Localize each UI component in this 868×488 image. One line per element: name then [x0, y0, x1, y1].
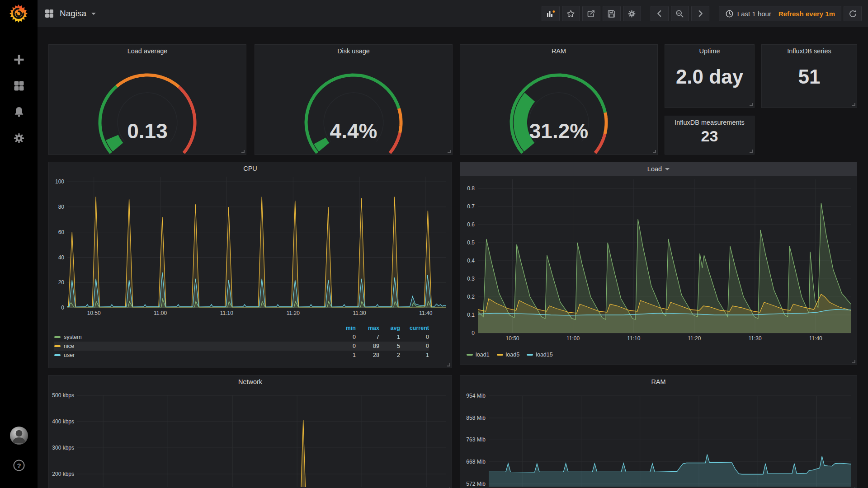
panel-load-average: Load average 0.13: [48, 44, 246, 155]
y-tick-label: 200 kbps: [52, 471, 74, 477]
series-used-line: [489, 455, 851, 474]
panel-title[interactable]: RAM: [460, 45, 657, 56]
panel-ram: RAM 954 Mib858 Mib763 Mib668 Mib572 Mib: [460, 375, 857, 488]
y-tick-label: 0.7: [467, 203, 475, 210]
legend-color-swatch: [54, 336, 61, 338]
panel-resize-handle[interactable]: [852, 103, 855, 106]
series-used-area: [489, 455, 851, 487]
gauge-svg: 0.13: [49, 56, 246, 155]
legend-value-cell: 1: [400, 351, 429, 360]
panel-title[interactable]: Network: [49, 375, 452, 386]
legend-series-label[interactable]: system: [54, 333, 332, 342]
series-system-line: [67, 299, 446, 307]
legend-series-label[interactable]: load1: [467, 352, 490, 358]
gauge-arc-segment: [605, 113, 606, 134]
x-tick-label: 10:50: [87, 310, 101, 316]
panel-resize-handle[interactable]: [241, 150, 245, 153]
panel-title[interactable]: Disk usage: [255, 45, 452, 56]
panel-resize-handle[interactable]: [653, 150, 656, 153]
panel-title[interactable]: Uptime: [665, 45, 754, 56]
ram-chart: 954 Mib858 Mib763 Mib668 Mib572 Mib: [462, 386, 857, 488]
y-tick-label: 20: [58, 279, 65, 286]
bell-icon: [13, 106, 25, 118]
gauge-arc-segment: [117, 75, 179, 87]
gauge-arc-segment: [595, 134, 605, 153]
x-tick-label: 11:30: [748, 335, 761, 342]
panel-title[interactable]: Load average: [49, 45, 246, 56]
legend-header[interactable]: min: [332, 324, 356, 333]
panel-title[interactable]: RAM: [460, 375, 857, 386]
panel-resize-handle[interactable]: [852, 360, 855, 363]
panel-uptime: Uptime 2.0 day: [665, 44, 755, 108]
x-tick-label: 11:00: [154, 310, 167, 316]
sidebar-item-alerting[interactable]: [8, 102, 30, 122]
x-tick-label: 11:20: [287, 310, 300, 316]
sidebar-item-help[interactable]: ?: [8, 455, 30, 475]
legend-value-cell: 0: [332, 342, 356, 351]
ram-plot-svg: 954 Mib858 Mib763 Mib668 Mib572 Mib: [462, 386, 855, 488]
panel-resize-handle[interactable]: [750, 103, 753, 106]
app-root: ? Nagisa: [0, 0, 868, 488]
legend-value-cell: 1: [379, 333, 400, 342]
y-tick-label: 500 kbps: [52, 392, 74, 399]
legend-color-swatch: [54, 354, 61, 356]
grafana-flame-icon: [8, 3, 29, 23]
gauge-value: 0.13: [127, 119, 168, 143]
legend-value-cell: 1: [332, 351, 356, 360]
y-tick-label: 60: [58, 229, 65, 235]
legend-color-swatch: [467, 354, 473, 356]
y-tick-label: 668 Mib: [466, 459, 486, 465]
x-tick-label: 11:00: [566, 335, 580, 342]
sidebar-item-dashboards[interactable]: [8, 76, 30, 96]
x-tick-label: 11:30: [353, 310, 366, 316]
legend-series-label[interactable]: load15: [527, 352, 553, 358]
plus-icon: [13, 53, 25, 66]
sidebar: ?: [0, 0, 38, 488]
sidebar-item-create[interactable]: [8, 50, 30, 70]
legend-color-swatch: [497, 354, 503, 356]
grafana-logo[interactable]: [8, 3, 30, 24]
series-user-area: [67, 272, 446, 308]
x-tick-label: 11:10: [627, 335, 640, 342]
y-tick-label: 300 kbps: [52, 445, 74, 451]
help-glyph: ?: [17, 462, 21, 469]
y-tick-label: 0.5: [467, 239, 475, 246]
y-tick-label: 0.6: [467, 221, 475, 228]
legend-header[interactable]: avg: [379, 324, 400, 333]
x-tick-label: 11:20: [688, 335, 701, 342]
network-plot-svg: 500 kbps400 kbps300 kbps200 kbps: [50, 386, 450, 488]
x-tick-label: 10:50: [505, 335, 519, 342]
load-chart: 10:5011:0011:1011:2011:3011:4000.10.20.3…: [462, 176, 857, 349]
legend-header[interactable]: max: [356, 324, 379, 333]
gear-icon: [13, 132, 25, 145]
influxdb-measurements-value: 23: [665, 127, 754, 145]
apps-grid-icon: [13, 80, 25, 92]
panel-resize-handle[interactable]: [750, 150, 753, 153]
sidebar-item-configuration[interactable]: [8, 128, 30, 148]
panel-resize-handle[interactable]: [447, 363, 450, 366]
panel-title[interactable]: CPU: [49, 162, 452, 173]
legend-series-label[interactable]: nice: [54, 342, 332, 351]
gauge-arc-segment: [399, 108, 401, 133]
panel-influxdb-measurements: InfluxDB measurements 23: [665, 116, 755, 155]
panel-resize-handle[interactable]: [448, 150, 451, 153]
y-tick-label: 80: [58, 204, 65, 210]
panel-title[interactable]: InfluxDB series: [762, 45, 857, 56]
y-tick-label: 0.2: [467, 294, 475, 300]
legend-series-label[interactable]: load5: [497, 352, 520, 358]
legend-value-cell: 7: [356, 333, 379, 342]
network-chart: 500 kbps400 kbps300 kbps200 kbps: [50, 386, 452, 488]
legend-header[interactable]: current: [400, 324, 429, 333]
panel-ram-gauge: RAM 31.2%: [460, 44, 658, 155]
gauge-svg: 4.4%: [255, 56, 452, 155]
y-tick-label: 572 Mib: [466, 481, 486, 487]
user-avatar[interactable]: [10, 427, 28, 445]
panel-title[interactable]: InfluxDB measurements: [665, 116, 754, 127]
y-tick-label: 100: [55, 178, 64, 185]
panel-title[interactable]: Load: [647, 165, 662, 173]
legend-series-label[interactable]: user: [54, 351, 332, 360]
y-tick-label: 0.8: [467, 185, 475, 192]
y-tick-label: 954 Mib: [466, 393, 486, 399]
series-nice-line: [67, 197, 446, 307]
panel-header[interactable]: Load: [460, 162, 857, 176]
